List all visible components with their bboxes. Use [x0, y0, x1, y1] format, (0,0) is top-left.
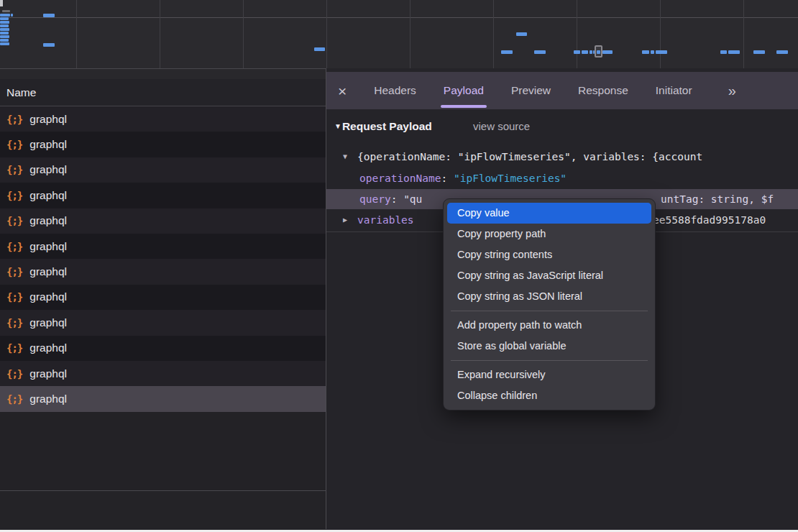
request-timing-bar: [0, 28, 9, 31]
menu-item-copy-string-contents[interactable]: Copy string contents: [447, 244, 651, 265]
colon: :: [391, 193, 403, 205]
request-row[interactable]: {;}graphql: [0, 183, 326, 208]
tab-response[interactable]: Response: [578, 72, 628, 109]
request-timing-bar: [574, 50, 580, 54]
request-row[interactable]: {;}graphql: [0, 361, 326, 386]
json-request-icon: {;}: [6, 368, 22, 380]
overview-bottom-strip: [0, 69, 326, 79]
property-key: operationName: [359, 173, 441, 184]
menu-item-add-property-path-to-watch[interactable]: Add property path to watch: [447, 315, 651, 336]
request-name-label: graphql: [29, 214, 67, 227]
tree-row-root[interactable]: ▼ {operationName: "ipFlowTimeseries", va…: [326, 147, 798, 167]
property-key: query: [359, 193, 391, 205]
more-tabs-icon[interactable]: »: [728, 83, 736, 99]
request-row[interactable]: {;}graphql: [0, 157, 326, 183]
request-timing-bar: [0, 21, 9, 24]
request-timing-bar: [776, 50, 788, 54]
request-name-label: graphql: [29, 393, 67, 405]
grid-line: [160, 0, 160, 68]
grid-line: [577, 0, 577, 68]
request-timing-bar: [597, 50, 600, 54]
request-timing-bar: [602, 50, 613, 54]
request-timing-bar: [582, 50, 588, 54]
detail-tab-bar: × HeadersPayloadPreviewResponseInitiator…: [326, 72, 798, 109]
context-menu: Copy valueCopy property pathCopy string …: [443, 198, 656, 411]
request-row[interactable]: {;}graphql: [0, 106, 326, 132]
menu-item-store-as-global-variable[interactable]: Store as global variable: [447, 336, 651, 357]
request-timing-bar: [516, 32, 527, 36]
request-row[interactable]: {;}graphql: [0, 386, 326, 411]
object-preview-fragment: ee5588fdad995178a0: [653, 210, 766, 230]
chevron-down-icon[interactable]: ▼: [343, 147, 347, 167]
grid-line: [326, 0, 327, 68]
request-timing-bar: [651, 50, 654, 54]
menu-item-collapse-children[interactable]: Collapse children: [447, 385, 651, 406]
json-request-icon: {;}: [6, 393, 22, 405]
request-timing-bar: [0, 14, 10, 17]
string-value: "ipFlowTimeseries": [454, 173, 567, 184]
request-timing-bar: [0, 42, 9, 45]
string-value-fragment: "qu: [403, 193, 422, 205]
menu-separator: [451, 360, 648, 361]
tree-row-operation-name[interactable]: operationName: "ipFlowTimeseries": [326, 168, 798, 188]
root-object-preview: {operationName: "ipFlowTimeseries", vari…: [357, 147, 702, 167]
request-row[interactable]: {;}graphql: [0, 208, 326, 234]
request-timing-bar: [590, 50, 592, 54]
tab-headers[interactable]: Headers: [374, 72, 416, 109]
request-name-label: graphql: [29, 290, 67, 303]
devtools-screenshot: Name {;}graphql{;}graphql{;}graphql{;}gr…: [0, 0, 798, 532]
tab-payload[interactable]: Payload: [444, 72, 484, 109]
grid-line: [76, 0, 77, 68]
request-row[interactable]: {;}graphql: [0, 336, 326, 361]
request-timing-bar: [0, 32, 9, 35]
menu-item-copy-string-as-javascript-literal[interactable]: Copy string as JavaScript literal: [447, 265, 651, 286]
tab-preview[interactable]: Preview: [511, 72, 551, 109]
request-row[interactable]: {;}graphql: [0, 132, 326, 157]
section-title: Request Payload: [342, 120, 432, 132]
request-name-label: graphql: [29, 138, 67, 151]
json-request-icon: {;}: [6, 190, 22, 201]
request-payload-section-header[interactable]: ▼Request Payload: [334, 116, 432, 137]
json-request-icon: {;}: [6, 114, 22, 125]
chevron-down-icon[interactable]: ▼: [334, 122, 341, 130]
network-overview-waterfall[interactable]: [0, 0, 798, 69]
request-name-label: graphql: [29, 265, 67, 278]
request-timing-bar: [0, 17, 9, 20]
request-row[interactable]: {;}graphql: [0, 310, 326, 335]
view-source-link[interactable]: view source: [473, 116, 530, 137]
grid-line: [410, 0, 411, 68]
request-name-label: graphql: [29, 316, 67, 329]
request-list-panel: Name {;}graphql{;}graphql{;}graphql{;}gr…: [0, 79, 326, 490]
request-timing-bar: [11, 14, 13, 17]
request-row[interactable]: {;}graphql: [0, 234, 326, 259]
menu-item-copy-property-path[interactable]: Copy property path: [447, 224, 651, 244]
request-name-label: graphql: [29, 163, 67, 176]
request-timing-bar: [0, 35, 9, 38]
json-request-icon: {;}: [6, 241, 22, 252]
request-name-label: graphql: [29, 367, 67, 380]
json-request-icon: {;}: [6, 266, 22, 278]
request-row[interactable]: {;}graphql: [0, 259, 326, 284]
grid-line: [743, 0, 744, 68]
request-timing-bar: [720, 50, 727, 54]
devtools-window: Name {;}graphql{;}graphql{;}graphql{;}gr…: [0, 0, 798, 530]
chevron-right-icon[interactable]: ▶: [343, 210, 347, 230]
request-timing-bar: [656, 50, 667, 54]
request-timing-bar: [43, 14, 55, 17]
request-timing-bar-gray: [2, 10, 10, 12]
name-column-header[interactable]: Name: [0, 79, 326, 106]
request-timing-bar: [43, 43, 55, 47]
colon: :: [441, 173, 454, 184]
menu-item-copy-string-as-json-literal[interactable]: Copy string as JSON literal: [447, 286, 651, 307]
request-timing-bar: [642, 50, 649, 54]
request-row[interactable]: {;}graphql: [0, 285, 326, 310]
request-timing-bar: [0, 24, 9, 27]
json-request-icon: {;}: [6, 215, 22, 226]
overview-horizontal-gridline: [0, 17, 798, 18]
property-key: variables: [357, 210, 414, 230]
tab-initiator[interactable]: Initiator: [656, 72, 692, 109]
close-icon[interactable]: ×: [338, 83, 347, 98]
json-request-icon: {;}: [6, 164, 22, 175]
menu-item-copy-value[interactable]: Copy value: [447, 203, 651, 224]
menu-item-expand-recursively[interactable]: Expand recursively: [447, 364, 651, 385]
